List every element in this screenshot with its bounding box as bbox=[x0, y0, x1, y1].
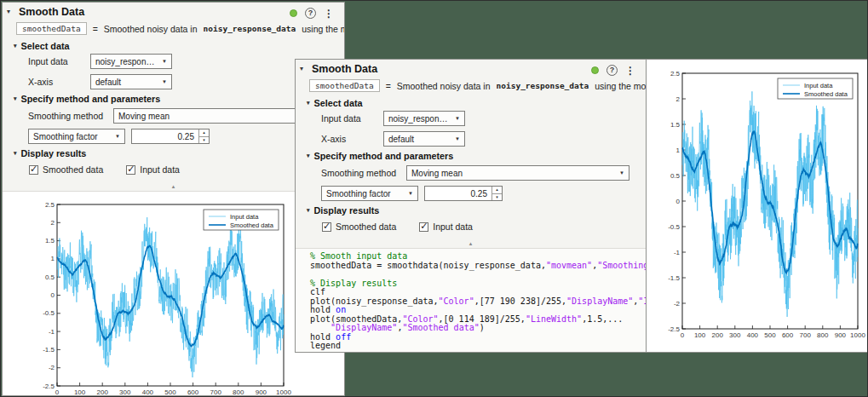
output-variable-field[interactable]: smoothedData bbox=[16, 22, 87, 35]
svg-text:1000: 1000 bbox=[276, 388, 291, 396]
section-label: Specify method and parameters bbox=[314, 151, 454, 161]
section-specify-method[interactable]: ▾ Specify method and parameters bbox=[14, 94, 160, 104]
svg-text:0.5: 0.5 bbox=[45, 273, 55, 281]
input-data-checkbox[interactable]: ✓ bbox=[126, 165, 135, 175]
section-label: Select data bbox=[314, 98, 363, 108]
smoothing-factor-input[interactable]: 0.25 ▴ ▾ bbox=[131, 129, 210, 144]
smooth-data-task: ▾ Smooth Data ? ⋮ smoothedData = Smoothe… bbox=[3, 3, 344, 192]
svg-text:-1.5: -1.5 bbox=[668, 274, 680, 282]
svg-text:700: 700 bbox=[800, 331, 812, 339]
xaxis-value: default bbox=[388, 135, 414, 144]
section-label: Display results bbox=[314, 205, 380, 216]
smoothing-factor-value: 0.25 bbox=[178, 132, 194, 141]
equals-sign: = bbox=[93, 24, 98, 34]
smoothed-data-checkbox[interactable]: ✓ bbox=[322, 222, 331, 232]
svg-text:2: 2 bbox=[51, 219, 55, 227]
smooth-data-chart: 01002003004005006007008009001000-2.5-2-1… bbox=[3, 195, 345, 396]
kebab-menu-icon[interactable]: ⋮ bbox=[625, 66, 635, 76]
section-display-results[interactable]: ▾ Display results bbox=[14, 148, 86, 158]
spinner-up-icon[interactable]: ▴ bbox=[492, 187, 502, 194]
smoothing-factor-label: Smoothing factor bbox=[326, 189, 391, 198]
svg-text:-2: -2 bbox=[49, 364, 55, 371]
smoothing-factor-input[interactable]: 0.25 ▴ ▾ bbox=[424, 186, 503, 201]
input-data-value: noisy_respon… bbox=[95, 57, 154, 66]
svg-text:300: 300 bbox=[729, 331, 741, 339]
smoothing-method-label: Smoothing method bbox=[321, 168, 406, 178]
output-variable-field[interactable]: smoothedData bbox=[309, 79, 380, 92]
task-collapse-toggle[interactable]: ▴ bbox=[172, 183, 175, 190]
svg-text:100: 100 bbox=[74, 388, 86, 396]
svg-text:100: 100 bbox=[694, 331, 706, 339]
summary-text-pre: Smoothed noisy data in bbox=[397, 81, 491, 91]
input-data-dropdown[interactable]: noisy_respon… ▼ bbox=[383, 111, 465, 126]
chevron-down-icon: ▼ bbox=[408, 191, 413, 196]
input-data-dropdown[interactable]: noisy_respon… ▼ bbox=[90, 54, 172, 69]
svg-text:2.5: 2.5 bbox=[670, 70, 681, 78]
code-line: "DisplayName","Smoothed data") bbox=[310, 324, 647, 333]
section-select-data[interactable]: ▾ Select data bbox=[307, 98, 363, 108]
smoothing-method-dropdown[interactable]: Moving mean ▼ bbox=[406, 165, 629, 181]
section-display-results[interactable]: ▾ Display results bbox=[307, 205, 379, 216]
section-caret-icon: ▾ bbox=[14, 150, 17, 157]
smoothing-factor-label: Smoothing factor bbox=[33, 132, 98, 141]
spinner-down-icon[interactable]: ▾ bbox=[199, 137, 209, 144]
spinner[interactable]: ▴ ▾ bbox=[491, 187, 502, 200]
xaxis-dropdown[interactable]: default ▼ bbox=[383, 131, 465, 147]
section-select-data[interactable]: ▾ Select data bbox=[14, 41, 70, 51]
help-icon[interactable]: ? bbox=[305, 8, 316, 19]
svg-text:900: 900 bbox=[256, 388, 267, 396]
svg-text:500: 500 bbox=[164, 388, 176, 396]
spinner-down-icon[interactable]: ▾ bbox=[492, 194, 502, 201]
spinner[interactable]: ▴ ▾ bbox=[198, 129, 209, 143]
section-label: Display results bbox=[21, 148, 87, 158]
code-line: hold off bbox=[310, 333, 647, 342]
kebab-menu-icon[interactable]: ⋮ bbox=[324, 9, 334, 19]
chevron-down-icon: ▼ bbox=[115, 134, 120, 139]
section-specify-method[interactable]: ▾ Specify method and parameters bbox=[307, 151, 453, 161]
code-line: % Display results bbox=[310, 279, 647, 289]
section-caret-icon: ▾ bbox=[307, 152, 310, 159]
code-line: legend bbox=[310, 342, 647, 351]
input-data-checkbox-label: Input data bbox=[140, 164, 180, 175]
smoothing-factor-dropdown[interactable]: Smoothing factor ▼ bbox=[321, 186, 418, 201]
check-icon: ✓ bbox=[420, 221, 428, 232]
task-summary: smoothedData = Smoothed noisy data in no… bbox=[16, 21, 345, 36]
xaxis-value: default bbox=[95, 78, 121, 87]
input-data-checkbox[interactable]: ✓ bbox=[419, 222, 428, 232]
section-caret-icon: ▾ bbox=[307, 100, 310, 106]
code-editor[interactable]: % Smooth input datasmoothedData = smooth… bbox=[310, 252, 647, 351]
xaxis-dropdown[interactable]: default ▼ bbox=[90, 74, 172, 89]
smooth-data-task: ▾ Smooth Data ? ⋮ smoothedData = Smoothe… bbox=[296, 60, 646, 249]
task-window-front: ▾ Smooth Data ? ⋮ smoothedData = Smoothe… bbox=[295, 59, 647, 353]
svg-text:1000: 1000 bbox=[850, 331, 865, 339]
svg-text:900: 900 bbox=[835, 331, 847, 339]
smoothing-method-label: Smoothing method bbox=[28, 111, 113, 121]
smoothing-method-dropdown[interactable]: Moving mean ▼ bbox=[113, 108, 321, 124]
smoothing-factor-dropdown[interactable]: Smoothing factor ▼ bbox=[28, 129, 125, 144]
svg-text:0.5: 0.5 bbox=[670, 172, 681, 180]
help-icon[interactable]: ? bbox=[606, 65, 618, 76]
task-collapse-toggle[interactable]: ▴ bbox=[469, 240, 473, 247]
section-caret-icon: ▾ bbox=[14, 43, 17, 49]
svg-text:600: 600 bbox=[187, 388, 199, 396]
svg-text:0: 0 bbox=[55, 388, 60, 396]
svg-text:Input data: Input data bbox=[230, 213, 259, 221]
smoothed-data-checkbox[interactable]: ✓ bbox=[29, 165, 38, 175]
spinner-up-icon[interactable]: ▴ bbox=[199, 129, 209, 137]
smoothed-data-checkbox-label: Smoothed data bbox=[336, 222, 396, 232]
task-summary: smoothedData = Smoothed noisy data in no… bbox=[309, 78, 647, 93]
svg-text:0: 0 bbox=[51, 291, 55, 299]
input-data-checkbox-label: Input data bbox=[433, 222, 473, 232]
desktop: ▾ Smooth Data ? ⋮ smoothedData = Smoothe… bbox=[0, 0, 868, 397]
summary-text-post: using the moving mean method bbox=[302, 24, 345, 34]
svg-text:-1: -1 bbox=[49, 328, 55, 336]
svg-text:2: 2 bbox=[676, 95, 681, 103]
svg-text:1.5: 1.5 bbox=[670, 121, 681, 129]
xaxis-label: X-axis bbox=[28, 77, 90, 87]
check-icon: ✓ bbox=[323, 221, 331, 232]
summary-text-post: using the moving mean method bbox=[595, 81, 647, 91]
check-icon: ✓ bbox=[30, 164, 37, 175]
task-collapse-icon[interactable]: ▾ bbox=[300, 65, 303, 72]
svg-text:Smoothed data: Smoothed data bbox=[230, 222, 274, 229]
task-collapse-icon[interactable]: ▾ bbox=[7, 8, 10, 15]
